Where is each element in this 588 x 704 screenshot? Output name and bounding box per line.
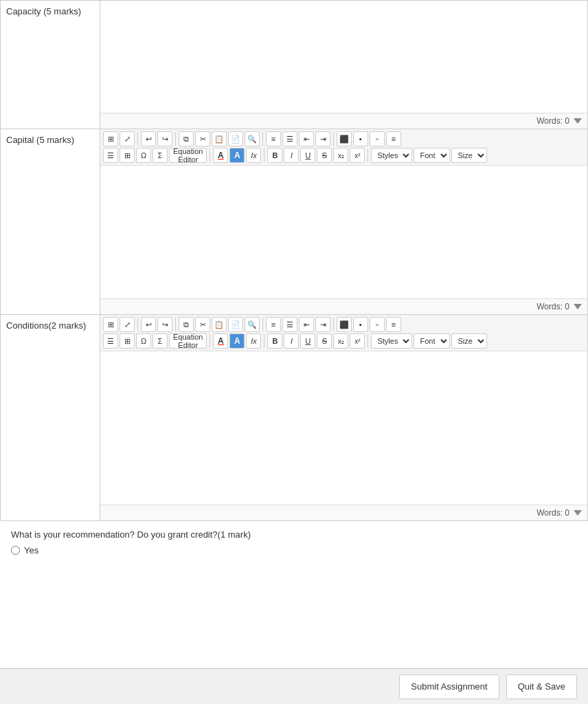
capital-size-select[interactable]: Size: [451, 148, 487, 163]
capacity-words-text: Words: 0: [536, 116, 569, 126]
capital-align-center-icon[interactable]: ▪: [353, 131, 368, 146]
capital-align-left-icon[interactable]: ⬛: [337, 131, 352, 146]
conditions-styles-select[interactable]: Styles: [371, 333, 412, 349]
conditions-paste-plain-icon[interactable]: 📄: [228, 317, 243, 332]
conditions-indent-inc-icon[interactable]: ⇥: [315, 317, 330, 332]
conditions-underline-btn[interactable]: U: [300, 333, 315, 349]
conditions-table-icon[interactable]: ⊞: [120, 333, 135, 349]
conditions-size-select[interactable]: Size: [451, 333, 487, 349]
conditions-textarea[interactable]: [100, 351, 587, 503]
capital-ol-icon[interactable]: ≡: [266, 131, 281, 146]
conditions-font-color-btn[interactable]: A: [213, 333, 228, 349]
conditions-row: Conditions(2 marks) ⊞ ⤢ ↩ ↪ ⧉ ✂: [1, 315, 588, 521]
capacity-textarea[interactable]: [100, 1, 587, 111]
capital-align-justify-icon[interactable]: ≡: [386, 131, 401, 146]
conditions-undo-icon[interactable]: ↩: [141, 317, 156, 332]
capital-clear-format-btn[interactable]: Ix: [246, 148, 261, 163]
conditions-align-right-icon[interactable]: ▫: [370, 317, 385, 332]
capital-superscript-btn[interactable]: x²: [350, 148, 365, 163]
conditions-bold-btn[interactable]: B: [267, 333, 282, 349]
capital-font-highlight-btn[interactable]: A: [229, 148, 245, 163]
conditions-font-highlight-btn[interactable]: A: [229, 333, 245, 349]
toolbar-sep6: [264, 148, 264, 162]
conditions-list2-icon[interactable]: ☰: [103, 333, 118, 349]
conditions-clear-format-btn[interactable]: Ix: [246, 333, 261, 349]
capital-grid-icon[interactable]: ⊞: [103, 131, 118, 146]
conditions-redo-icon[interactable]: ↪: [157, 317, 172, 332]
capital-expand-icon[interactable]: ⤢: [120, 131, 135, 146]
capital-font-color-btn[interactable]: A: [213, 148, 228, 163]
conditions-ol-icon[interactable]: ≡: [266, 317, 281, 332]
capacity-editor-cell: Words: 0: [100, 1, 588, 129]
conditions-editor-cell: ⊞ ⤢ ↩ ↪ ⧉ ✂ 📋 📄 🔍 ≡: [100, 315, 588, 521]
capital-ul-icon[interactable]: ☰: [282, 131, 297, 146]
capital-subscript-btn[interactable]: x₂: [333, 148, 348, 163]
cond-toolbar-sep2: [175, 318, 176, 331]
question-section: What is your recommendation? Do you gran…: [0, 521, 588, 564]
conditions-superscript-btn[interactable]: x²: [350, 333, 365, 349]
conditions-label: Conditions(2 marks): [6, 320, 86, 331]
page-container: Capacity (5 marks) Words: 0 Capital (5 m…: [0, 0, 588, 704]
quit-save-button[interactable]: Quit & Save: [506, 674, 577, 699]
conditions-search-icon[interactable]: 🔍: [245, 317, 260, 332]
main-content: Capacity (5 marks) Words: 0 Capital (5 m…: [0, 0, 588, 668]
cond-toolbar-sep1: [137, 318, 138, 331]
capital-styles-select[interactable]: Styles: [371, 148, 412, 163]
capital-textarea[interactable]: [100, 166, 587, 296]
capital-indent-dec-icon[interactable]: ⇤: [299, 131, 314, 146]
conditions-subscript-btn[interactable]: x₂: [333, 333, 348, 349]
capital-row: Capital (5 marks) ⊞ ⤢ ↩ ↪ ⧉ ✂: [1, 129, 588, 315]
capital-paste-plain-icon[interactable]: 📄: [228, 131, 243, 146]
capital-cut-icon[interactable]: ✂: [195, 131, 210, 146]
conditions-align-center-icon[interactable]: ▪: [353, 317, 368, 332]
toolbar-sep7: [368, 148, 368, 162]
capital-underline-btn[interactable]: U: [300, 148, 315, 163]
toolbar-sep4: [333, 132, 334, 146]
capital-paste-icon[interactable]: 📋: [212, 131, 227, 146]
capital-copy-icon[interactable]: ⧉: [179, 131, 194, 146]
conditions-italic-btn[interactable]: I: [284, 333, 299, 349]
conditions-sigma-icon[interactable]: Σ: [152, 333, 168, 349]
capital-align-right-icon[interactable]: ▫: [370, 131, 385, 146]
capital-redo-icon[interactable]: ↪: [157, 131, 172, 146]
capital-indent-inc-icon[interactable]: ⇥: [315, 131, 330, 146]
cond-toolbar-sep5: [210, 334, 210, 348]
capacity-label: Capacity (5 marks): [6, 6, 81, 16]
conditions-copy-icon[interactable]: ⧉: [179, 317, 194, 332]
conditions-font-select[interactable]: Font: [414, 333, 450, 349]
conditions-paste-icon[interactable]: 📋: [212, 317, 227, 332]
toolbar-sep5: [210, 148, 210, 162]
conditions-omega-icon[interactable]: Ω: [136, 333, 151, 349]
toolbar-sep2: [175, 132, 176, 146]
capital-bold-btn[interactable]: B: [267, 148, 282, 163]
conditions-cut-icon[interactable]: ✂: [195, 317, 210, 332]
conditions-grid-icon[interactable]: ⊞: [103, 317, 118, 332]
cond-toolbar-sep4: [333, 318, 334, 331]
capital-font-select[interactable]: Font: [414, 148, 450, 163]
conditions-expand-icon[interactable]: ⤢: [120, 317, 135, 332]
capacity-row: Capacity (5 marks) Words: 0: [1, 1, 588, 129]
capital-list2-icon[interactable]: ☰: [103, 148, 118, 163]
capital-sigma-icon[interactable]: Σ: [152, 148, 168, 163]
answer-table: Capacity (5 marks) Words: 0 Capital (5 m…: [0, 0, 588, 521]
yes-option: Yes: [11, 545, 577, 556]
conditions-ul-icon[interactable]: ☰: [282, 317, 297, 332]
conditions-align-left-icon[interactable]: ⬛: [337, 317, 352, 332]
toolbar-sep3: [262, 132, 263, 146]
capital-undo-icon[interactable]: ↩: [141, 131, 156, 146]
capital-words-text: Words: 0: [536, 302, 569, 311]
toolbar-sep1: [137, 132, 138, 146]
capital-italic-btn[interactable]: I: [284, 148, 299, 163]
capital-table-icon[interactable]: ⊞: [120, 148, 135, 163]
capital-editor-cell: ⊞ ⤢ ↩ ↪ ⧉ ✂ 📋 📄 🔍 ≡: [100, 129, 588, 315]
conditions-align-justify-icon[interactable]: ≡: [386, 317, 401, 332]
capital-equation-editor-btn[interactable]: EquationEditor: [169, 148, 207, 163]
submit-assignment-button[interactable]: Submit Assignment: [399, 674, 499, 699]
conditions-indent-dec-icon[interactable]: ⇤: [299, 317, 314, 332]
conditions-strikethrough-btn[interactable]: S: [317, 333, 332, 349]
capital-omega-icon[interactable]: Ω: [136, 148, 151, 163]
capital-search-icon[interactable]: 🔍: [245, 131, 260, 146]
capital-strikethrough-btn[interactable]: S: [317, 148, 332, 163]
yes-radio[interactable]: [11, 546, 20, 555]
conditions-equation-editor-btn[interactable]: EquationEditor: [169, 333, 207, 349]
